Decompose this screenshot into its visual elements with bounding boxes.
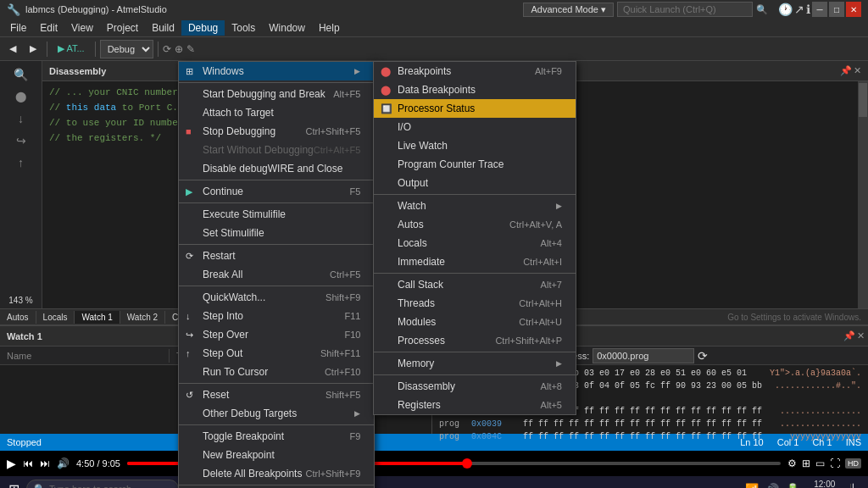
debug-menu-new-bp[interactable]: New Breakpoint [179, 446, 374, 464]
sub-program-counter[interactable]: Program Counter Trace [374, 155, 576, 174]
sub-threads[interactable]: ThreadsCtrl+Alt+H [374, 294, 576, 313]
sub-watch[interactable]: Watch▶ [374, 197, 576, 215]
debug-menu-windows[interactable]: ⊞ Windows ▶ [179, 62, 374, 80]
debug-menu-other-targets[interactable]: Other Debug Targets▶ [179, 404, 374, 423]
minimize-btn[interactable]: ─ [812, 2, 827, 17]
sub-data-breakpoints[interactable]: ⬤ Data Breakpoints [374, 80, 576, 99]
debug-menu-stepout[interactable]: ↑ Step OutShift+F11 [179, 344, 374, 363]
sidebar-icon-stepinto[interactable]: ↓ [6, 108, 36, 129]
debug-menu-stop[interactable]: ■ Stop DebuggingCtrl+Shift+F5 [179, 122, 374, 141]
tab-locals[interactable]: Locals [36, 311, 75, 324]
sub-processor-status[interactable]: 🔲 Processor Status [374, 99, 576, 118]
toolbar-back-btn[interactable]: ◀ [3, 41, 22, 57]
memory-close-btn[interactable]: ✕ [857, 330, 865, 341]
tab-watch1[interactable]: Watch 1 [75, 311, 120, 324]
sub-callstack[interactable]: Call StackAlt+7 [374, 275, 576, 294]
debug-menu-disable-wire[interactable]: Disable debugWIRE and Close [179, 159, 374, 178]
memory-address-input[interactable] [593, 348, 694, 363]
video-play-btn[interactable]: ▶ [7, 457, 16, 470]
sidebar-icon-search[interactable]: 🔍 [6, 64, 36, 85]
sidebar-icon-stepover[interactable]: ↪ [6, 130, 36, 151]
sidebar-icon-stepout[interactable]: ↑ [6, 152, 36, 173]
advanced-mode-btn[interactable]: Advanced Mode ▾ [523, 3, 614, 17]
start-btn[interactable]: ⊞ [3, 481, 25, 489]
sub-registers[interactable]: RegistersAlt+5 [374, 396, 576, 414]
menu-item-view[interactable]: View [64, 20, 100, 36]
toolbar-icon-2[interactable]: ⊕ [175, 43, 183, 55]
menu-item-build[interactable]: Build [145, 20, 181, 36]
debug-menu-restart[interactable]: ⟳ Restart [179, 247, 374, 265]
menu-item-edit[interactable]: Edit [33, 20, 64, 36]
watch-header-label: Watch 1 [7, 331, 42, 341]
info-btn[interactable]: ℹ [806, 2, 810, 17]
video-theater-btn[interactable]: ▭ [815, 458, 825, 469]
taskbar: ⊞ 🔍 Type here to search 🔧 labmcs (Debugg… [0, 476, 868, 488]
menu-item-window[interactable]: Window [262, 20, 312, 36]
debug-menu-stepinto[interactable]: ↓ Step IntoF11 [179, 307, 374, 325]
video-pip-btn[interactable]: ⊞ [802, 458, 810, 469]
debug-menu-continue[interactable]: ▶ ContinueF5 [179, 182, 374, 201]
disassembly-pin-btn[interactable]: 📌 [840, 65, 852, 76]
toolbar-forward-btn[interactable]: ▶ [24, 41, 42, 57]
toolbar-config-select[interactable]: Debug [100, 40, 153, 58]
video-skip-prev-btn[interactable]: ⏮ [23, 458, 33, 469]
debug-menu-set-stimuli[interactable]: Set Stimulifile [179, 224, 374, 242]
tray-show-desktop-btn[interactable]: ▏ [850, 484, 861, 489]
debug-menu-stepover[interactable]: ↪ Step OverF10 [179, 325, 374, 344]
sub-locals[interactable]: LocalsAlt+4 [374, 234, 576, 252]
close-btn[interactable]: ✕ [846, 2, 861, 17]
video-skip-next-btn[interactable]: ⏭ [40, 458, 50, 469]
menu-item-debug[interactable]: Debug [181, 20, 225, 36]
clock-btn[interactable]: 🕐 [778, 2, 793, 17]
maximize-btn[interactable]: □ [829, 2, 844, 17]
disassembly-close-btn[interactable]: ✕ [854, 65, 861, 76]
debug-menu-exec-stimuli[interactable]: Execute Stimulifile [179, 205, 374, 224]
toolbar-icon-1[interactable]: ⟳ [163, 43, 171, 55]
sub-disassembly[interactable]: DisassemblyAlt+8 [374, 377, 576, 396]
debug-menu-reset[interactable]: ↺ ResetShift+F5 [179, 385, 374, 404]
menu-item-tools[interactable]: Tools [225, 20, 262, 36]
debug-menu-delete-bp[interactable]: Delete All BreakpointsCtrl+Shift+F9 [179, 464, 374, 483]
search-placeholder: Type here to search [49, 484, 131, 488]
memory-pin-btn[interactable]: 📌 [843, 330, 855, 341]
video-controls-right: ⚙ ⊞ ▭ ⛶ HD [787, 458, 861, 469]
menu-sep-8 [179, 485, 374, 485]
sub-processes[interactable]: ProcessesCtrl+Shift+Alt+P [374, 331, 576, 350]
video-progress-dot[interactable] [462, 458, 472, 469]
memory-refresh-btn[interactable]: ⟳ [698, 349, 708, 363]
debug-menu-attach[interactable]: Attach to Target [179, 103, 374, 122]
debug-menu-start-break[interactable]: Start Debugging and BreakAlt+F5 [179, 85, 374, 103]
scrollbar-thumb[interactable] [859, 83, 867, 117]
code-scrollbar[interactable] [858, 81, 868, 308]
quick-launch-input[interactable] [617, 2, 753, 17]
sub-breakpoints[interactable]: ⬤ BreakpointsAlt+F9 [374, 62, 576, 80]
sub-memory[interactable]: Memory▶ [374, 354, 576, 373]
debug-menu-start-no-debug[interactable]: Start Without DebuggingCtrl+Alt+F5 [179, 141, 374, 159]
tab-watch2[interactable]: Watch 2 [120, 311, 165, 324]
menu-item-file[interactable]: File [3, 20, 33, 36]
debug-menu-toggle-bp[interactable]: Toggle BreakpointF9 [179, 427, 374, 446]
sub-live-watch[interactable]: Live Watch [374, 136, 576, 155]
toolbar-icon-3[interactable]: ✎ [186, 43, 195, 55]
tab-autos[interactable]: Autos [0, 311, 36, 324]
sub-immediate[interactable]: ImmediateCtrl+Alt+I [374, 252, 576, 271]
sub-sep-3 [374, 352, 576, 352]
video-volume-btn[interactable]: 🔊 [57, 458, 70, 469]
debug-menu-break-all[interactable]: Break AllCtrl+F5 [179, 265, 374, 284]
share-btn[interactable]: ↗ [794, 2, 804, 17]
video-settings-btn[interactable]: ⚙ [787, 458, 797, 469]
menu-item-help[interactable]: Help [312, 20, 347, 36]
memory-row-3: prog 0x0039 ff ff ff ff ff ff ff ff ff f… [439, 418, 861, 430]
sidebar-icon-breakpoint[interactable]: ⬤ [6, 86, 36, 107]
sub-modules[interactable]: ModulesCtrl+Alt+U [374, 313, 576, 331]
status-ln: Ln 10 [740, 437, 764, 447]
debug-menu-quickwatch[interactable]: QuickWatch...Shift+F9 [179, 288, 374, 307]
sub-autos[interactable]: AutosCtrl+Alt+V, A [374, 215, 576, 234]
menu-item-project[interactable]: Project [100, 20, 145, 36]
toolbar-debug-btn[interactable]: ▶ AT... [52, 41, 91, 57]
search-box[interactable]: 🔍 Type here to search [26, 480, 179, 488]
debug-menu-runtocursor[interactable]: Run To CursorCtrl+F10 [179, 363, 374, 381]
video-fullscreen-btn[interactable]: ⛶ [830, 458, 840, 469]
sub-output[interactable]: Output [374, 174, 576, 192]
sub-io[interactable]: I/O [374, 118, 576, 136]
